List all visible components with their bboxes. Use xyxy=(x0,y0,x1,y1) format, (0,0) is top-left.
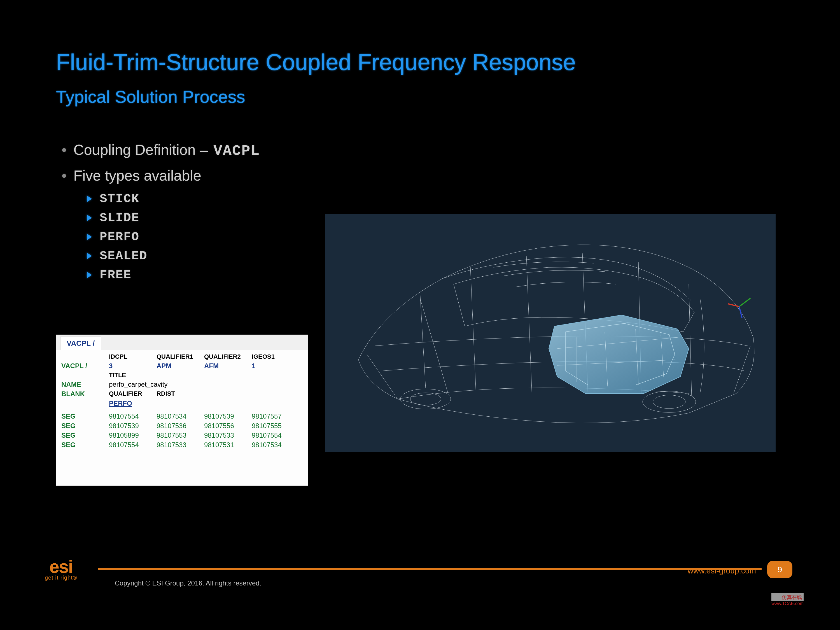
svg-line-4 xyxy=(739,298,750,306)
tab-vacpl[interactable]: VACPL / xyxy=(60,336,101,350)
cell-qualifier-value[interactable]: PERFO xyxy=(108,399,155,408)
svg-line-5 xyxy=(739,306,742,318)
seg-cell: 98107553 xyxy=(155,431,203,440)
col-header: IDCPL xyxy=(108,352,155,361)
arrow-icon xyxy=(87,234,92,240)
seg-cell: 98107556 xyxy=(203,421,251,431)
seg-cell: 98107557 xyxy=(251,412,298,421)
bullet-icon: • xyxy=(62,168,66,183)
subbullet-slide: SLIDE xyxy=(87,211,314,225)
copyright-text: Copyright © ESI Group, 2016. All rights … xyxy=(115,579,261,587)
seg-cell: 98105899 xyxy=(108,431,155,440)
subbullet-perfo: PERFO xyxy=(87,230,314,244)
svg-point-1 xyxy=(410,393,441,405)
vacpl-properties-panel: VACPL / IDCPL QUALIFIER1 QUALIFIER2 IGEO… xyxy=(56,335,308,486)
properties-grid: IDCPL QUALIFIER1 QUALIFIER2 IGEOS1 VACPL… xyxy=(56,350,308,453)
col-header-rdist: RDIST xyxy=(155,389,203,399)
svg-point-2 xyxy=(643,391,696,412)
panel-tabbar: VACPL / xyxy=(56,335,308,350)
arrow-icon xyxy=(87,253,92,259)
row-label-seg: SEG xyxy=(60,412,108,421)
col-header: QUALIFIER1 xyxy=(155,352,203,361)
page-number-pill: 9 xyxy=(767,561,793,578)
bullet-keyword: VACPL xyxy=(214,143,260,159)
bullet-five-types: • Five types available xyxy=(62,167,314,184)
bullet-text: Five types available xyxy=(73,167,201,184)
footer-rule xyxy=(98,568,762,570)
watermark: 仿真在线 www.1CAE.com xyxy=(771,593,804,606)
seg-cell: 98107533 xyxy=(203,431,251,440)
row-label-seg: SEG xyxy=(60,421,108,431)
slide-subtitle: Typical Solution Process xyxy=(56,87,245,107)
subbullet-stick: STICK xyxy=(87,192,314,206)
logo-mark: esi xyxy=(45,560,77,574)
bullet-icon: • xyxy=(62,142,66,157)
slide-footer: esi get it right® www.esi-group.com 9 Co… xyxy=(28,559,812,592)
seg-cell: 98107554 xyxy=(108,440,155,450)
svg-point-0 xyxy=(400,389,451,409)
seg-cell: 98107554 xyxy=(251,431,298,440)
col-header: IGEOS1 xyxy=(251,352,298,361)
seg-cell: 98107555 xyxy=(251,421,298,431)
seg-cell: 98107534 xyxy=(251,440,298,450)
col-header: QUALIFIER2 xyxy=(203,352,251,361)
col-header-title: TITLE xyxy=(108,371,155,380)
cell-qualifier1[interactable]: APM xyxy=(155,361,203,371)
esi-logo: esi get it right® xyxy=(45,560,77,581)
logo-tagline: get it right® xyxy=(45,575,77,581)
seg-cell: 98107539 xyxy=(108,421,155,431)
seg-cell: 98107536 xyxy=(155,421,203,431)
svg-point-3 xyxy=(653,395,685,409)
cell-igeos1[interactable]: 1 xyxy=(251,361,298,371)
footer-url[interactable]: www.esi-group.com xyxy=(688,567,756,575)
wireframe-svg xyxy=(325,214,775,452)
arrow-icon xyxy=(87,272,92,278)
bullet-text: Coupling Definition – xyxy=(73,142,212,158)
row-label-name: NAME xyxy=(60,380,108,389)
row-label-seg: SEG xyxy=(60,440,108,450)
seg-cell: 98107534 xyxy=(155,412,203,421)
slide: Fluid-Trim-Structure Coupled Frequency R… xyxy=(28,21,812,609)
cell-qualifier2[interactable]: AFM xyxy=(203,361,251,371)
subbullet-sealed: SEALED xyxy=(87,249,314,263)
slide-title: Fluid-Trim-Structure Coupled Frequency R… xyxy=(56,49,576,75)
watermark-line2: www.1CAE.com xyxy=(771,601,804,606)
seg-cell: 98107539 xyxy=(203,412,251,421)
cell-name-value[interactable]: perfo_carpet_cavity xyxy=(108,380,298,389)
row-label-seg: SEG xyxy=(60,431,108,440)
seg-cell: 98107533 xyxy=(155,440,203,450)
cell-idcpl[interactable]: 3 xyxy=(108,361,155,371)
row-label-vacpl: VACPL / xyxy=(60,361,108,371)
bullet-coupling-definition: • Coupling Definition – VACPL xyxy=(62,141,314,159)
subbullet-free: FREE xyxy=(87,268,314,282)
vehicle-wireframe-viewport[interactable] xyxy=(325,214,775,452)
col-header-qualifier: QUALIFIER xyxy=(108,389,155,399)
row-label-blank: BLANK xyxy=(60,389,108,399)
bullet-list: • Coupling Definition – VACPL • Five typ… xyxy=(62,141,314,287)
watermark-line1: 仿真在线 xyxy=(771,593,804,601)
svg-line-6 xyxy=(728,304,739,306)
arrow-icon xyxy=(87,196,92,202)
seg-cell: 98107554 xyxy=(108,412,155,421)
arrow-icon xyxy=(87,215,92,221)
seg-cell: 98107531 xyxy=(203,440,251,450)
